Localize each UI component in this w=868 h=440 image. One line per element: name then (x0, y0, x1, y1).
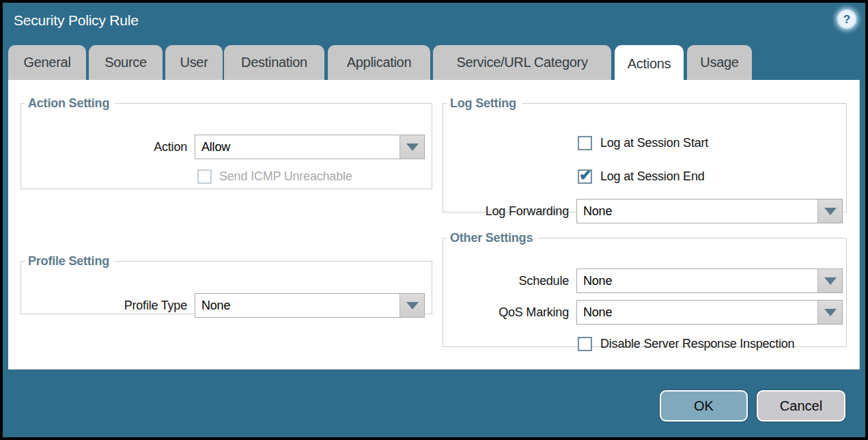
log-setting-group: Log Setting Log at Session Start Log at … (443, 96, 847, 212)
action-label: Action (21, 135, 187, 159)
qos-marking-dropdown[interactable]: None (576, 300, 843, 325)
profile-setting-group: Profile Setting Profile Type None (20, 254, 432, 314)
other-settings-group: Other Settings Schedule None QoS Marking… (443, 231, 847, 347)
chevron-down-icon (406, 143, 419, 151)
disable-server-response-inspection-label: Disable Server Response Inspection (600, 335, 794, 352)
cancel-button[interactable]: Cancel (757, 390, 845, 422)
schedule-dropdown-value: None (577, 269, 817, 292)
tab-application[interactable]: Application (328, 45, 430, 80)
send-icmp-label: Send ICMP Unreachable (219, 168, 352, 184)
help-icon[interactable]: ? (837, 10, 856, 29)
security-policy-rule-dialog: Security Policy Rule ? General Source Us… (0, 0, 868, 440)
log-forwarding-label: Log Forwarding (443, 199, 569, 223)
disable-server-response-inspection-checkbox[interactable] (578, 337, 592, 351)
log-forwarding-dropdown-button[interactable] (817, 200, 842, 223)
chevron-down-icon (406, 302, 419, 310)
action-setting-legend: Action Setting (25, 96, 115, 111)
chevron-down-icon (824, 208, 837, 215)
tab-service-url-category[interactable]: Service/URL Category (433, 45, 611, 80)
ok-button[interactable]: OK (660, 390, 748, 422)
action-dropdown-button[interactable] (400, 135, 424, 159)
profile-type-dropdown-value: None (195, 294, 400, 317)
action-dropdown-value: Allow (195, 135, 400, 159)
profile-type-label: Profile Type (21, 293, 187, 318)
tab-user[interactable]: User (165, 45, 223, 80)
chevron-down-icon (824, 309, 837, 316)
profile-setting-legend: Profile Setting (25, 254, 115, 269)
tab-general[interactable]: General (8, 45, 86, 80)
tab-actions[interactable]: Actions (615, 45, 684, 82)
other-settings-legend: Other Settings (447, 231, 538, 245)
log-setting-legend: Log Setting (447, 96, 522, 111)
log-at-session-end-checkbox[interactable] (578, 169, 592, 184)
tab-usage[interactable]: Usage (687, 45, 752, 80)
question-mark-glyph: ? (843, 14, 850, 25)
schedule-dropdown[interactable]: None (576, 269, 843, 293)
content-panel: Action Setting Action Allow Send ICMP Un… (8, 80, 860, 370)
log-forwarding-dropdown-value: None (577, 200, 817, 223)
qos-marking-label: QoS Marking (443, 300, 569, 325)
log-at-session-start-checkbox[interactable] (578, 136, 592, 150)
profile-type-dropdown[interactable]: None (195, 293, 425, 318)
log-at-session-end-label: Log at Session End (600, 168, 705, 184)
tab-source[interactable]: Source (89, 45, 163, 80)
schedule-label: Schedule (443, 269, 569, 293)
profile-type-dropdown-button[interactable] (400, 294, 424, 317)
log-forwarding-dropdown[interactable]: None (576, 199, 843, 223)
action-dropdown[interactable]: Allow (195, 135, 425, 159)
send-icmp-checkbox (197, 169, 212, 184)
qos-marking-dropdown-button[interactable] (817, 301, 842, 324)
action-setting-group: Action Setting Action Allow Send ICMP Un… (20, 96, 432, 189)
chevron-down-icon (824, 277, 837, 285)
log-at-session-start-label: Log at Session Start (600, 135, 708, 151)
dialog-title: Security Policy Rule (14, 12, 139, 29)
schedule-dropdown-button[interactable] (817, 269, 842, 292)
tab-destination[interactable]: Destination (224, 45, 324, 80)
qos-marking-dropdown-value: None (577, 301, 817, 324)
